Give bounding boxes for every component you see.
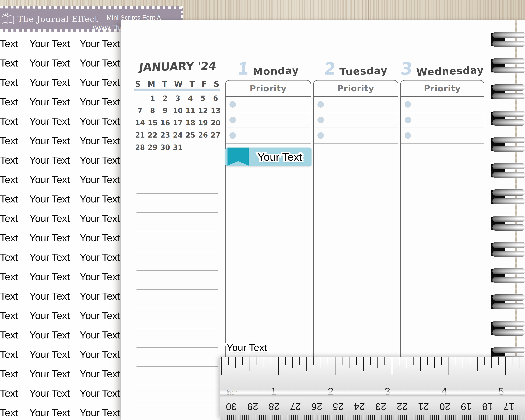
calendar-date: 19 (197, 117, 209, 129)
ruler-tick (468, 415, 469, 420)
ruler-tick (299, 357, 300, 365)
sticker-text: Your Text (80, 290, 120, 303)
calendar-date: 1 (146, 92, 159, 104)
sticker-text: Your Text (29, 290, 70, 303)
ruler-tick (470, 415, 471, 420)
binding-wire (492, 251, 525, 257)
cm-number: 29 (242, 401, 263, 412)
weekday-letter: W (174, 80, 183, 89)
day-column: Priority (225, 80, 311, 365)
ruler-tick (491, 357, 492, 368)
ruler-tick (251, 415, 251, 420)
ruler-tick (409, 415, 409, 420)
month-title: JANUARY '24 (137, 59, 218, 74)
calendar-date: 11 (184, 104, 197, 117)
ruler-tick (240, 415, 240, 420)
ruler-tick (244, 415, 245, 420)
inch-number: 4 (433, 385, 447, 397)
sticker-text: Your Text (29, 212, 70, 225)
highlight-sticker: Your Text (225, 148, 311, 166)
sticker-text: Your Text (0, 328, 18, 341)
notes-line (137, 193, 218, 194)
ruler-tick (306, 357, 307, 371)
binding-wire (492, 277, 525, 283)
sticker-text: Your Text (29, 173, 70, 186)
sticker-text: Your Text (29, 387, 70, 400)
notes-line (137, 328, 218, 328)
ruler-tick (332, 415, 332, 420)
notes-line (137, 270, 218, 271)
ruler-tick (515, 415, 516, 420)
ruler-tick (359, 415, 360, 420)
ruler-tick (517, 415, 518, 420)
calendar-date: 8 (146, 104, 159, 117)
sticker-text: Your Text (80, 173, 120, 186)
sticker-text: Your Text (0, 290, 18, 303)
cm-number: 28 (263, 401, 285, 412)
ruler-tick (498, 415, 499, 420)
sticker-row: Your TextYour TextYour Text (0, 328, 121, 341)
ruler-tick (225, 415, 225, 420)
bullet-dot (405, 101, 411, 108)
binding-wire (492, 242, 525, 248)
sticker-row: Your TextYour TextYour Text (0, 348, 121, 361)
sticker-sheet: Your TextYour TextYour TextYour TextYour… (0, 28, 121, 420)
priority-header: Priority (314, 81, 398, 97)
binding-wire (492, 119, 525, 126)
ruler-tick (364, 415, 364, 420)
ruler-tick (235, 415, 236, 420)
binding-wire (492, 303, 525, 309)
ruler-tick (250, 357, 250, 371)
ruler-tick (458, 415, 458, 420)
ruler-tick (488, 415, 488, 420)
sticker-text: Your Text (29, 115, 70, 128)
ruler-tick (317, 415, 318, 420)
ruler-tick (398, 415, 398, 420)
ruler-tick (520, 357, 520, 368)
priority-row (225, 97, 311, 112)
ruler-tick (392, 415, 392, 420)
ruler-tick (298, 415, 298, 420)
weekday-letter: F (202, 80, 207, 89)
highlight-sticker-text: Your Text (257, 151, 302, 163)
ruler-tick (383, 415, 384, 420)
ruler-tick (513, 415, 514, 420)
sticker-text: Your Text (80, 56, 120, 69)
ruler-tick (276, 415, 277, 420)
ruler-tick (234, 415, 234, 420)
sticker-text: Your Text (80, 270, 120, 283)
ruler-tick (353, 415, 354, 420)
ruler-tick (506, 357, 506, 375)
ruler-tick (449, 415, 450, 420)
binding-coil (491, 217, 525, 243)
sticker-text: Your Text (0, 76, 18, 89)
sticker-text: Your Text (29, 134, 70, 147)
calendar-date: 14 (134, 117, 146, 129)
ruler-tick (498, 357, 499, 365)
ruler-tick (500, 415, 501, 420)
ruler-tick (463, 357, 463, 368)
ruler-tick (340, 415, 341, 420)
binding-wire (492, 58, 525, 64)
ruler-tick (475, 415, 475, 420)
binding-coil (491, 112, 525, 138)
binding-coil (491, 33, 525, 59)
sticker-row: Your TextYour TextYour Text (0, 212, 121, 225)
ruler-tick (434, 357, 435, 368)
ruler-tick (293, 415, 294, 420)
bullet-dot (229, 117, 236, 123)
sticker-text: Your Text (80, 193, 120, 205)
ruler-tick (349, 415, 349, 420)
ruler-tick (477, 415, 478, 420)
ruler-tick (473, 415, 473, 420)
ruler-tick (462, 415, 462, 420)
product-name: Mini Scripts Font A (90, 14, 178, 21)
cm-number: 26 (306, 401, 327, 412)
ruler-tick (261, 415, 262, 420)
sticker-text: Your Text (0, 56, 18, 69)
calendar-date: 22 (146, 129, 159, 141)
calendar-date: 28 (134, 141, 146, 153)
ruler-tick (368, 415, 369, 420)
calendar-date: 20 (209, 117, 222, 129)
notes-line (137, 405, 218, 405)
